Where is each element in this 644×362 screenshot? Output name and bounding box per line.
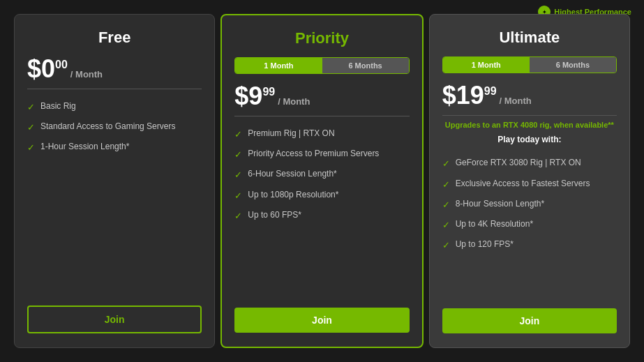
price-period: / Month <box>70 70 103 79</box>
join-button-free[interactable]: Join <box>27 306 202 333</box>
check-icon-priority-2: ✓ <box>234 169 242 181</box>
feature-text-priority-0: Premium Rig | RTX ON <box>248 128 334 139</box>
toggle-6months-priority[interactable]: 6 Months <box>322 58 409 73</box>
feature-item-priority-1: ✓Priority Access to Premium Servers <box>234 148 409 161</box>
price-decimal: 00 <box>55 59 68 70</box>
feature-text-priority-3: Up to 1080p Resolution* <box>248 189 338 201</box>
join-button-ultimate[interactable]: Join <box>442 308 617 333</box>
check-icon-free-0: ✓ <box>27 101 35 114</box>
feature-text-ultimate-3: Up to 4K Resolution* <box>456 218 533 230</box>
feature-item-priority-3: ✓Up to 1080p Resolution* <box>234 189 409 202</box>
card-title-priority: Priority <box>234 29 409 47</box>
price-decimal: 99 <box>262 86 275 98</box>
features-list-priority: ✓Premium Rig | RTX ON✓Priority Access to… <box>234 128 409 308</box>
feature-text-ultimate-1: Exclusive Access to Fastest Servers <box>456 178 590 190</box>
feature-item-priority-0: ✓Premium Rig | RTX ON <box>234 128 409 141</box>
check-icon-ultimate-1: ✓ <box>442 179 450 191</box>
toggle-6months-ultimate[interactable]: 6 Months <box>530 57 616 73</box>
feature-text-priority-1: Priority Access to Premium Servers <box>248 148 379 160</box>
price-period: / Month <box>500 96 532 105</box>
price-dollar: $ <box>27 56 41 82</box>
check-icon-free-1: ✓ <box>27 121 35 134</box>
feature-item-ultimate-4: ✓Up to 120 FPS* <box>442 239 617 252</box>
price-display-ultimate: $ 19 99 / Month <box>442 83 532 108</box>
price-integer: 19 <box>456 83 484 108</box>
feature-item-priority-2: ✓6-Hour Session Length* <box>234 168 409 181</box>
price-decimal: 99 <box>484 86 497 97</box>
feature-item-priority-4: ✓Up to 60 FPS* <box>234 209 409 223</box>
price-display-free: $ 0 00 / Month <box>27 56 103 82</box>
price-section-priority: $ 9 99 / Month <box>234 84 409 116</box>
features-list-ultimate: ✓GeForce RTX 3080 Rig | RTX ON✓Exclusive… <box>442 157 617 308</box>
check-icon-ultimate-4: ✓ <box>442 239 450 252</box>
check-icon-ultimate-3: ✓ <box>442 219 450 232</box>
price-section-free: $ 0 00 / Month <box>27 56 202 89</box>
play-today-ultimate: Play today with: <box>442 135 617 144</box>
upgrade-note-ultimate: Upgrades to an RTX 4080 rig, when availa… <box>442 120 617 130</box>
price-section-ultimate: $ 19 99 / Month <box>442 83 617 116</box>
card-ultimate: Ultimate1 Month6 Months $ 19 99 / Month … <box>429 14 630 348</box>
card-title-free: Free <box>27 29 202 47</box>
check-icon-ultimate-2: ✓ <box>442 199 450 211</box>
feature-text-ultimate-2: 8-Hour Session Length* <box>456 198 544 210</box>
toggle-buttons-priority: 1 Month6 Months <box>234 57 409 74</box>
feature-text-free-2: 1-Hour Session Length* <box>40 141 129 153</box>
price-integer: 9 <box>248 84 262 109</box>
check-icon-priority-3: ✓ <box>234 190 242 202</box>
card-free: Free $ 0 00 / Month ✓Basic Rig✓Standard … <box>14 14 215 348</box>
price-integer: 0 <box>41 56 55 82</box>
feature-text-ultimate-0: GeForce RTX 3080 Rig | RTX ON <box>456 157 581 169</box>
features-list-free: ✓Basic Rig✓Standard Access to Gaming Ser… <box>27 100 202 306</box>
feature-item-free-1: ✓Standard Access to Gaming Servers <box>27 121 202 134</box>
check-icon-priority-4: ✓ <box>234 210 242 223</box>
check-icon-ultimate-0: ✓ <box>442 158 450 170</box>
card-priority: Priority1 Month6 Months $ 9 99 / Month ✓… <box>220 14 423 348</box>
feature-text-ultimate-4: Up to 120 FPS* <box>456 239 514 250</box>
feature-text-free-1: Standard Access to Gaming Servers <box>40 121 175 133</box>
join-button-priority[interactable]: Join <box>234 308 409 333</box>
feature-item-ultimate-2: ✓8-Hour Session Length* <box>442 198 617 211</box>
check-icon-priority-1: ✓ <box>234 149 242 161</box>
feature-text-priority-2: 6-Hour Session Length* <box>248 168 336 180</box>
feature-item-ultimate-0: ✓GeForce RTX 3080 Rig | RTX ON <box>442 157 617 170</box>
price-period: / Month <box>278 97 310 106</box>
toggle-1month-ultimate[interactable]: 1 Month <box>443 57 530 73</box>
toggle-1month-priority[interactable]: 1 Month <box>235 58 322 73</box>
card-title-ultimate: Ultimate <box>442 29 617 47</box>
page-wrapper: ✦ Highest Performance Free $ 0 00 / Mont… <box>0 0 644 362</box>
toggle-buttons-ultimate: 1 Month6 Months <box>442 56 617 73</box>
feature-item-ultimate-1: ✓Exclusive Access to Fastest Servers <box>442 178 617 191</box>
price-dollar: $ <box>234 84 248 109</box>
feature-item-free-0: ✓Basic Rig <box>27 100 202 114</box>
feature-text-free-0: Basic Rig <box>40 100 76 112</box>
check-icon-priority-0: ✓ <box>234 128 242 141</box>
price-dollar: $ <box>442 83 456 108</box>
cards-container: Free $ 0 00 / Month ✓Basic Rig✓Standard … <box>0 0 644 362</box>
feature-item-free-2: ✓1-Hour Session Length* <box>27 141 202 154</box>
feature-text-priority-4: Up to 60 FPS* <box>248 209 301 221</box>
price-display-priority: $ 9 99 / Month <box>234 84 310 109</box>
feature-item-ultimate-3: ✓Up to 4K Resolution* <box>442 218 617 232</box>
check-icon-free-2: ✓ <box>27 142 35 154</box>
